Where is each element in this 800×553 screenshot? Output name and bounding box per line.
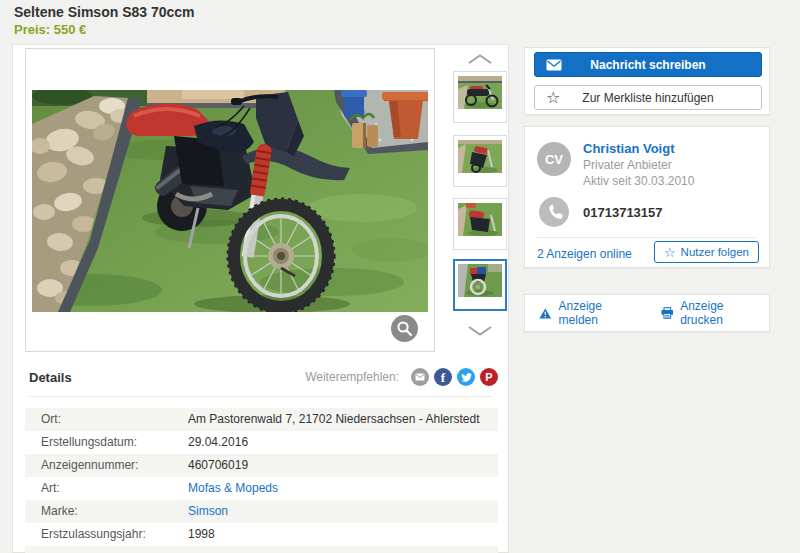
price-label: Preis: 550 € (14, 22, 86, 37)
report-ad-label: Anzeige melden (559, 299, 631, 327)
category-link[interactable]: Mofas & Mopeds (188, 477, 278, 500)
thumbnail-3[interactable] (453, 198, 507, 250)
divider (537, 237, 757, 238)
follow-user-button[interactable]: ☆ Nutzer folgen (654, 241, 759, 263)
seller-avatar: CV (537, 142, 571, 176)
magnifier-icon (396, 320, 413, 337)
add-to-watchlist-button[interactable]: ☆ Zur Merkliste hinzufügen (534, 85, 762, 110)
listing-card: Details Weiterempfehlen: f P Ort: Am Pas… (12, 44, 509, 553)
share-facebook-icon[interactable]: f (434, 368, 452, 386)
seller-ads-online-link[interactable]: 2 Anzeigen online (537, 247, 632, 261)
table-row-erstellungsdatum: Erstellungsdatum: 29.04.2016 (25, 431, 498, 454)
report-ad-link[interactable]: Anzeige melden (539, 299, 631, 327)
brand-link[interactable]: Simson (188, 500, 228, 523)
seller-active-since: Aktiv seit 30.03.2010 (583, 174, 694, 188)
send-message-label: Nachricht schreiben (590, 58, 705, 72)
row-value: Am Pastorenwald 7, 21702 Niedersachsen -… (188, 408, 480, 431)
printer-icon (661, 306, 674, 320)
thumbnail-1-photo (458, 76, 502, 109)
envelope-icon (415, 373, 425, 381)
chevron-down-icon (466, 325, 494, 337)
thumbnail-2-photo (458, 140, 502, 173)
details-heading: Details (29, 370, 72, 385)
table-row-partial (25, 546, 498, 553)
table-row-art: Art: Mofas & Mopeds (25, 477, 498, 500)
phone-icon (539, 197, 569, 227)
thumbnails-scroll-up[interactable] (453, 51, 507, 69)
row-value: 1998 (188, 523, 215, 546)
table-row-ort: Ort: Am Pastorenwald 7, 21702 Niedersach… (25, 408, 498, 431)
twitter-bird-icon (461, 373, 472, 382)
main-image-box (25, 48, 435, 352)
share-row: Weiterempfehlen: f P (305, 368, 498, 386)
thumbnail-2[interactable] (453, 135, 507, 187)
details-table: Ort: Am Pastorenwald 7, 21702 Niedersach… (25, 408, 498, 553)
table-row-anzeigennummer: Anzeigennummer: 460706019 (25, 454, 498, 477)
row-label: Ort: (25, 408, 188, 431)
watchlist-label: Zur Merkliste hinzufügen (582, 91, 713, 105)
follow-user-label: Nutzer folgen (681, 246, 749, 258)
row-label: Erstzulassungsjahr: (25, 523, 188, 546)
envelope-icon (546, 59, 562, 71)
thumbnail-4-photo (458, 264, 502, 297)
chevron-up-icon (466, 53, 494, 65)
star-icon: ☆ (546, 90, 560, 106)
row-label: Marke: (25, 500, 188, 523)
row-label: Anzeigennummer: (25, 454, 188, 477)
thumbnails-scroll-down[interactable] (453, 323, 507, 341)
thumbnail-3-photo (458, 203, 502, 236)
row-value: 460706019 (188, 454, 248, 477)
main-photo[interactable] (32, 90, 428, 312)
share-pinterest-icon[interactable]: P (480, 368, 498, 386)
thumbnail-4-selected[interactable] (453, 259, 507, 311)
print-ad-label: Anzeige drucken (680, 299, 755, 327)
send-message-button[interactable]: Nachricht schreiben (534, 52, 762, 77)
row-label: Art: (25, 477, 188, 500)
page-title: Seltene Simson S83 70ccm (14, 4, 195, 20)
print-ad-link[interactable]: Anzeige drucken (661, 299, 755, 327)
details-divider (29, 396, 492, 397)
star-icon: ☆ (664, 246, 676, 259)
table-row-erstzulassungsjahr: Erstzulassungsjahr: 1998 (25, 523, 498, 546)
seller-name-link[interactable]: Christian Voigt (583, 141, 674, 156)
report-print-card: Anzeige melden Anzeige drucken (524, 294, 770, 332)
warning-icon (539, 307, 552, 320)
thumbnail-1[interactable] (453, 71, 507, 123)
share-twitter-icon[interactable] (457, 368, 475, 386)
row-value: 29.04.2016 (188, 431, 248, 454)
share-email-icon[interactable] (411, 368, 429, 386)
table-row-marke: Marke: Simson (25, 500, 498, 523)
image-zoom-button[interactable] (391, 315, 418, 342)
share-label: Weiterempfehlen: (305, 370, 399, 384)
row-label: Erstellungsdatum: (25, 431, 188, 454)
contact-actions-card: Nachricht schreiben ☆ Zur Merkliste hinz… (524, 47, 770, 115)
seller-card: CV Christian Voigt Privater Anbieter Akt… (524, 126, 770, 268)
seller-phone: 01713713157 (583, 205, 663, 220)
seller-type: Privater Anbieter (583, 158, 672, 172)
